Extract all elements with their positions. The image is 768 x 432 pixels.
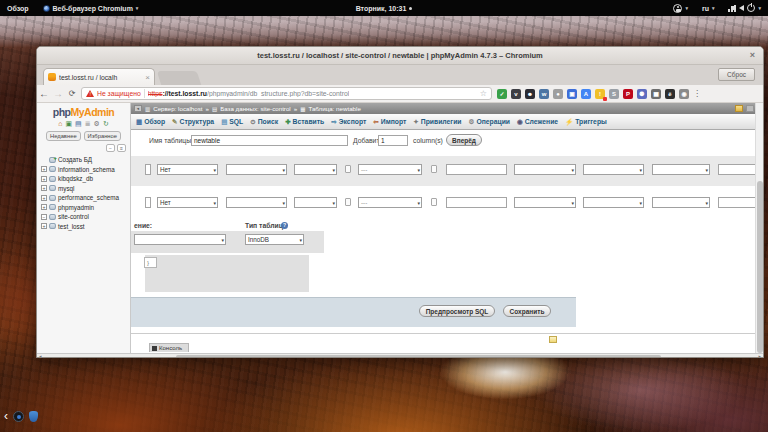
scroll-left-arrow-icon[interactable]: ◂: [39, 353, 42, 358]
partition-definition-area[interactable]: [145, 255, 309, 292]
breadcrumb-table[interactable]: Таблица: newtable: [308, 105, 360, 112]
partition-input[interactable]: }: [144, 257, 157, 268]
column-virtuality-select[interactable]: ▾: [514, 197, 576, 208]
pma-logo[interactable]: phpMyAdmin: [37, 106, 130, 118]
column-null-checkbox[interactable]: [345, 198, 351, 206]
scroll-right-arrow-icon[interactable]: ▸: [758, 353, 761, 358]
column-move-select[interactable]: ▾: [583, 164, 644, 175]
reload-nav-icon[interactable]: ↻: [103, 120, 109, 128]
column-default-select[interactable]: Нет▾: [157, 197, 218, 208]
column-attributes-select[interactable]: ▾: [294, 197, 337, 208]
logout-icon[interactable]: ▣: [65, 120, 72, 128]
adblock-shield-ext-icon[interactable]: ✓: [497, 89, 507, 99]
settings-gear-icon[interactable]: ⚙: [94, 120, 100, 128]
browser-tab[interactable]: test.losst.ru / localh ×: [43, 68, 155, 85]
table-name-input[interactable]: newtable: [191, 135, 348, 146]
column-virtuality-select[interactable]: ▾: [514, 164, 576, 175]
go-button[interactable]: Вперёд: [446, 134, 482, 146]
expand-icon[interactable]: [746, 105, 754, 112]
horizontal-scrollbar-thumb[interactable]: [176, 355, 661, 358]
keyboard-layout-menu[interactable]: ru ▾: [695, 0, 722, 16]
tab-close-icon[interactable]: ×: [145, 73, 150, 82]
camera-ext-icon[interactable]: ◉: [679, 89, 689, 99]
sidebar-item-create-db[interactable]: Создать БД: [41, 155, 130, 165]
column-index-select[interactable]: ---▾: [358, 197, 422, 208]
tab-structure[interactable]: ✎Структура: [172, 118, 214, 126]
breadcrumb-server[interactable]: Сервер: localhost: [153, 105, 202, 112]
note-icon[interactable]: [549, 336, 557, 343]
system-status-menu[interactable]: ▾: [721, 0, 768, 16]
dock-chevron-icon[interactable]: ‹: [4, 410, 8, 422]
tab-insert[interactable]: ✚Вставить: [285, 118, 324, 126]
storage-engine-select[interactable]: InnoDB▾: [245, 234, 304, 245]
app-menu[interactable]: Веб-браузер Chromium ▾: [36, 0, 146, 16]
column-comments-input[interactable]: [446, 164, 507, 175]
window-titlebar[interactable]: test.losst.ru / localhost / site-control…: [37, 47, 763, 65]
vertical-scrollbar-thumb[interactable]: [757, 181, 763, 353]
forward-button[interactable]: →: [51, 86, 65, 102]
vertical-scrollbar[interactable]: [755, 103, 763, 353]
disabled-ext-icon[interactable]: ●: [553, 89, 563, 99]
tab-tracking[interactable]: ◉Слежение: [517, 118, 558, 126]
horizontal-scrollbar[interactable]: ◂ ▸: [37, 353, 763, 358]
expander-icon[interactable]: +: [41, 223, 47, 229]
column-mime-select[interactable]: ▾: [652, 164, 710, 175]
clock[interactable]: Вторник, 10:31: [356, 5, 407, 12]
column-attributes-select[interactable]: ▾: [294, 164, 337, 175]
dock-shield-icon[interactable]: [29, 411, 38, 422]
activities-button[interactable]: Обзор: [0, 0, 36, 16]
column-ai-checkbox[interactable]: [431, 165, 437, 173]
query-window-icon[interactable]: [735, 105, 743, 112]
column-index-select[interactable]: ---▾: [358, 164, 422, 175]
tab-browse[interactable]: ▦Обзор: [136, 118, 165, 126]
back-button[interactable]: ←: [37, 86, 51, 102]
tab-operations[interactable]: ⚙Операции: [469, 118, 510, 126]
pocket-ext-icon[interactable]: v: [511, 89, 521, 99]
yo-ext-icon[interactable]: ё: [665, 89, 675, 99]
accessibility-menu[interactable]: ▾: [666, 0, 695, 16]
lightbulb-ext-icon[interactable]: !: [595, 89, 605, 99]
expander-icon[interactable]: +: [41, 204, 47, 210]
tab-sql[interactable]: ▤SQL: [221, 118, 243, 126]
docs-icon[interactable]: ≣: [85, 120, 91, 128]
collapse-all-button[interactable]: −: [106, 144, 115, 152]
list-view-button[interactable]: ≡: [117, 144, 126, 152]
expander-icon[interactable]: +: [41, 166, 47, 172]
robot-ext-icon[interactable]: ⚉: [637, 89, 647, 99]
save-button[interactable]: Сохранить: [503, 305, 551, 317]
frigate-ext-icon[interactable]: ▣: [567, 89, 577, 99]
column-name-input[interactable]: [145, 164, 151, 175]
preview-sql-button[interactable]: Предпросмотр SQL: [419, 305, 495, 317]
sql-window-icon[interactable]: ▤: [75, 120, 82, 128]
recent-tables-select[interactable]: Недавнее: [46, 131, 81, 141]
expander-icon[interactable]: −: [41, 214, 47, 220]
security-label[interactable]: Не защищено: [97, 90, 141, 97]
vk-ext-icon[interactable]: w: [539, 89, 549, 99]
translate-ext-icon[interactable]: A: [581, 89, 591, 99]
tab-import[interactable]: ⇦Импорт: [373, 118, 406, 126]
column-null-checkbox[interactable]: [345, 165, 351, 173]
column-ai-checkbox[interactable]: [431, 198, 437, 206]
address-bar[interactable]: ! Не защищено https://test.losst.ru/phpm…: [81, 87, 492, 100]
sidebar-item-kibqdskz-db[interactable]: +kibqdskz_db: [41, 174, 130, 184]
s-ext-icon[interactable]: S: [609, 89, 619, 99]
column-extra-input[interactable]: [718, 164, 756, 175]
url-text[interactable]: https://test.losst.ru/phpmyadmin/db_stru…: [148, 90, 350, 97]
dock-app-icon[interactable]: [13, 411, 24, 422]
console-toggle[interactable]: Консоль: [149, 343, 189, 352]
pinterest-ext-icon[interactable]: P: [623, 89, 633, 99]
column-mime-select[interactable]: ▾: [652, 197, 710, 208]
nav-collapse-button[interactable]: ◂: [134, 105, 142, 112]
column-collation-select[interactable]: ▾: [226, 197, 287, 208]
grid-ext-icon[interactable]: ▦: [651, 89, 661, 99]
column-name-input[interactable]: [145, 197, 151, 208]
expander-icon[interactable]: +: [41, 176, 47, 182]
window-close-button[interactable]: ×: [747, 50, 758, 61]
column-move-select[interactable]: ▾: [583, 197, 644, 208]
tab-export[interactable]: ⇨Экспорт: [331, 118, 366, 126]
sidebar-item-test-losst[interactable]: +test_losst: [41, 222, 130, 232]
expander-icon[interactable]: +: [41, 185, 47, 191]
favorite-tables-select[interactable]: Избранное: [84, 131, 121, 141]
breadcrumb-database[interactable]: База данных: site-control: [220, 105, 291, 112]
sidebar-item-information-schema[interactable]: +information_schema: [41, 165, 130, 175]
